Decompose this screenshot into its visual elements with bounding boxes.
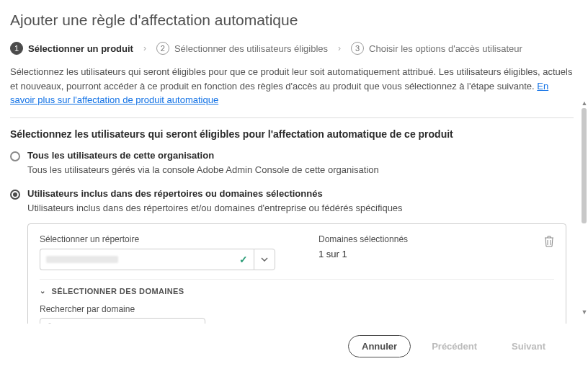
description: Sélectionnez les utilisateurs qui seront… (10, 65, 574, 107)
dialog-title: Ajouter une règle d'affectation automati… (10, 12, 574, 29)
chevron-right-icon: › (334, 43, 345, 53)
directory-select-value[interactable]: ✓ (40, 249, 254, 270)
dialog-footer: Annuler Précédent Suivant (10, 324, 574, 369)
search-icon (46, 323, 55, 324)
search-domain-field[interactable] (60, 322, 199, 324)
radio-directories[interactable] (10, 190, 20, 200)
next-button[interactable]: Suivant (498, 335, 559, 357)
select-domains-toggle[interactable]: ⌄ SÉLECTIONNER DES DOMAINES (40, 287, 554, 295)
radio-all-users[interactable] (10, 151, 20, 161)
step-3[interactable]: 3 Choisir les options d'accès utilisateu… (351, 42, 522, 55)
step-1-number: 1 (10, 42, 23, 55)
scrollbar[interactable]: ▲ ▼ (581, 99, 588, 316)
option-directories-label: Utilisateurs inclus dans des répertoires… (27, 188, 566, 199)
chevron-right-icon: › (139, 43, 151, 53)
option-all-users-sub: Tous les utilisateurs gérés via la conso… (27, 164, 566, 175)
select-domains-heading: SÉLECTIONNER DES DOMAINES (51, 287, 184, 295)
scroll-up-icon[interactable]: ▲ (582, 99, 588, 107)
chevron-down-icon (261, 257, 268, 262)
directory-name-redacted (46, 256, 118, 263)
description-text: Sélectionnez les utilisateurs qui seront… (10, 66, 572, 92)
delete-button[interactable] (544, 236, 554, 250)
scrollbar-thumb[interactable] (582, 108, 587, 223)
option-all-users[interactable]: Tous les utilisateurs de cette organisat… (10, 150, 566, 175)
scroll-down-icon[interactable]: ▼ (582, 308, 588, 316)
scroll-area: Sélectionnez les utilisateurs qui seront… (10, 128, 574, 324)
search-domain-label: Rechercher par domaine (40, 304, 205, 314)
directory-select[interactable]: ✓ (40, 249, 275, 270)
stepper: 1 Sélectionner un produit › 2 Sélectionn… (10, 42, 574, 55)
step-3-label: Choisir les options d'accès utilisateur (369, 43, 522, 54)
select-directory-label: Sélectionner un répertoire (40, 234, 275, 244)
cancel-button[interactable]: Annuler (348, 335, 411, 357)
directory-select-toggle[interactable] (254, 249, 275, 270)
option-all-users-label: Tous les utilisateurs de cette organisat… (27, 150, 566, 161)
step-2[interactable]: 2 Sélectionner des utilisateurs éligible… (156, 42, 328, 55)
divider (10, 117, 574, 118)
step-3-number: 3 (351, 42, 364, 55)
option-directories[interactable]: Utilisateurs inclus dans des répertoires… (10, 188, 566, 213)
directory-panel: Sélectionner un répertoire ✓ Domaines sé… (27, 223, 566, 324)
step-1-label: Sélectionner un produit (28, 43, 133, 54)
step-2-number: 2 (156, 42, 169, 55)
domains-selected-value: 1 sur 1 (318, 249, 408, 259)
step-1[interactable]: 1 Sélectionner un produit (10, 42, 133, 55)
step-2-label: Sélectionner des utilisateurs éligibles (174, 43, 328, 54)
search-domain-input[interactable] (40, 318, 205, 324)
option-directories-sub: Utilisateurs inclus dans des répertoires… (27, 203, 566, 213)
previous-button[interactable]: Précédent (418, 335, 491, 357)
checkmark-icon: ✓ (239, 254, 248, 265)
trash-icon (544, 236, 554, 247)
chevron-down-icon: ⌄ (40, 287, 45, 295)
eligibility-radio-group: Tous les utilisateurs de cette organisat… (10, 150, 566, 213)
domains-selected-label: Domaines sélectionnés (318, 234, 408, 244)
section-title: Sélectionnez les utilisateurs qui seront… (10, 128, 566, 140)
